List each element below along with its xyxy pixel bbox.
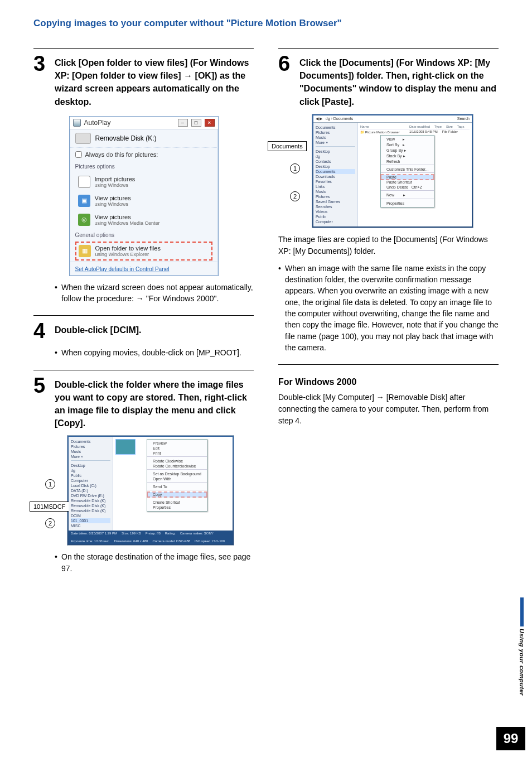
explorer-paste-screenshot: Documents 1 2 ◀ ▶ dg › Documents Search … <box>312 114 473 228</box>
step6-body-2: When an image with the same file name ex… <box>278 263 499 353</box>
autoplay-option[interactable]: ◉ Import pictures using Windows <box>75 173 212 191</box>
page-number: 99 <box>496 727 525 750</box>
step6-body-1: The image files are copied to the [Docum… <box>278 234 499 257</box>
chapter-tab-label: Using your computer <box>519 629 525 696</box>
close-button[interactable]: × <box>205 119 215 127</box>
paste-menu-item[interactable]: Paste <box>381 175 434 180</box>
step-number: 5 <box>33 375 49 396</box>
autoplay-option-label: Import pictures <box>95 176 136 182</box>
media-center-icon: ◎ <box>78 214 90 226</box>
always-do-label: Always do this for pictures: <box>85 151 158 158</box>
callout-1: 1 <box>290 163 300 173</box>
step-number: 3 <box>33 53 49 74</box>
step-3: 3 Click [Open folder to view files] (For… <box>33 48 254 304</box>
pictures-options-label: Pictures options <box>70 161 218 172</box>
autoplay-option-sub: using Windows Media Center <box>95 220 160 226</box>
autoplay-option[interactable]: ▣ View pictures using Windows <box>75 192 212 210</box>
step-6: 6 Click the [Documents] (For Windows XP:… <box>278 48 499 353</box>
step-5: 5 Double-click the folder where the imag… <box>33 370 254 574</box>
copy-menu-item[interactable]: Copy <box>147 492 207 497</box>
win2000-heading: For Windows 2000 <box>278 377 499 387</box>
chapter-tab: Using your computer <box>515 597 529 696</box>
step-title: Click [Open folder to view files] (For W… <box>55 53 254 108</box>
folder-callout-label: 101MSDCF <box>30 502 69 512</box>
step-title: Double-click the folder where the image … <box>55 375 254 430</box>
step4-note: When copying movies, double-click on [MP… <box>55 347 254 358</box>
step-number: 6 <box>278 53 294 74</box>
autoplay-option-sub: using Windows Explorer <box>95 252 161 257</box>
autoplay-title: AutoPlay <box>84 119 175 127</box>
autoplay-option[interactable]: ◎ View pictures using Windows Media Cent… <box>75 211 212 229</box>
minimize-button[interactable]: – <box>178 119 188 127</box>
autoplay-option-label: View pictures <box>95 195 131 201</box>
step-number: 4 <box>33 320 49 341</box>
autoplay-defaults-link[interactable]: Set AutoPlay defaults in Control Panel <box>75 266 170 272</box>
autoplay-dialog: AutoPlay – □ × Removable Disk (K:) Alway… <box>69 116 219 276</box>
open-folder-option[interactable]: ▦ Open folder to view files using Window… <box>75 242 212 261</box>
autoplay-icon <box>73 119 81 127</box>
section-header: Copying images to your computer without … <box>33 18 499 29</box>
explorer-sidebar: DocumentsPicturesMusicMore » DesktopdgPu… <box>69 437 113 531</box>
win2000-body: Double-click [My Computer] → [Removable … <box>278 392 499 427</box>
windows-2000-section: For Windows 2000 Double-click [My Comput… <box>278 377 499 427</box>
step-title: Double-click [DCIM]. <box>55 320 142 336</box>
general-options-label: General options <box>70 230 218 240</box>
import-pictures-icon: ◉ <box>78 176 90 188</box>
view-pictures-icon: ▣ <box>78 195 90 207</box>
always-do-checkbox[interactable] <box>75 151 82 158</box>
explorer-sidebar: DocumentsPicturesMusicMore » DesktopdgCo… <box>313 123 358 226</box>
divider <box>278 364 499 365</box>
autoplay-option-sub: using Windows <box>95 182 136 188</box>
step-title: Click the [Documents] (For Windows XP: [… <box>299 53 499 108</box>
callout-2: 2 <box>45 518 55 528</box>
explorer-copy-screenshot: 1 101MSDCF 2 DocumentsPicturesMusicMore … <box>67 435 234 546</box>
maximize-button[interactable]: □ <box>191 119 201 127</box>
drive-label: Removable Disk (K:) <box>95 134 157 142</box>
autoplay-option-label: View pictures <box>95 214 160 220</box>
step3-note: When the wizard screen does not appear a… <box>55 282 254 305</box>
callout-2: 2 <box>290 191 300 201</box>
status-bar: Date taken: 8/25/2007 1:29 PMSize: 199 K… <box>69 531 233 544</box>
callout-1: 1 <box>45 479 55 489</box>
folder-icon: ▦ <box>79 245 91 257</box>
drive-icon <box>75 133 91 144</box>
documents-callout-label: Documents <box>268 141 307 151</box>
autoplay-option-sub: using Windows <box>95 201 131 207</box>
step5-note: On the storage destination of the image … <box>55 551 254 574</box>
autoplay-option-label: Open folder to view files <box>95 245 161 252</box>
context-menu[interactable]: PreviewEditPrint Rotate ClockwiseRotate … <box>147 439 207 512</box>
context-menu[interactable]: View ▸Sort By ▸Group By ▸Stack By ▸Refre… <box>380 135 434 208</box>
step-4: 4 Double-click [DCIM]. When copying movi… <box>33 315 254 358</box>
chapter-tab-marker <box>520 597 524 626</box>
